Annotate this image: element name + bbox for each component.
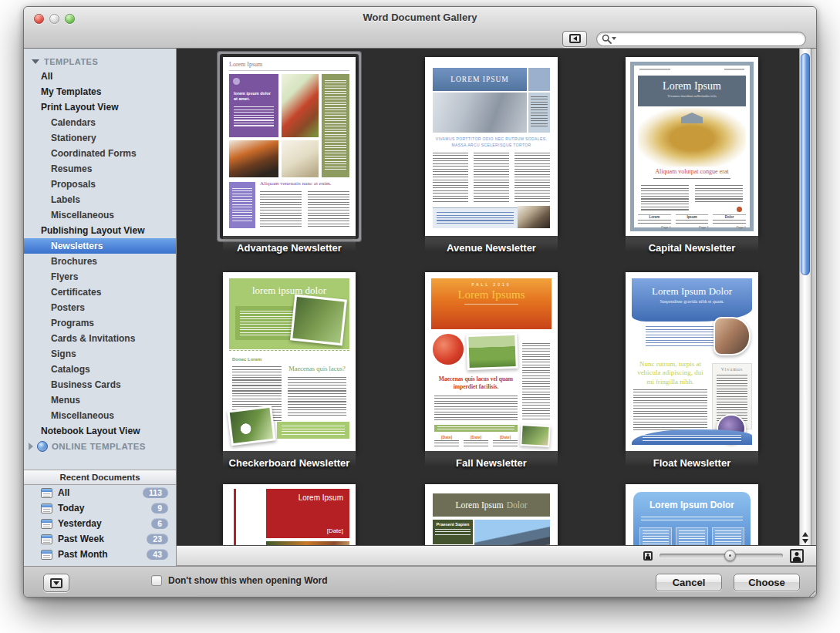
subhead-line2: MASSA ARCU SCELERISQUE TORTOR xyxy=(433,143,550,149)
resize-grip[interactable] xyxy=(805,588,815,598)
gallery-row: Lorem Ipsum lorem ipsum dolor at amet. xyxy=(177,49,816,545)
photo-placeholder xyxy=(290,295,347,346)
sidebar-item-miscellaneous-print[interactable]: Miscellaneous xyxy=(24,207,176,223)
recent-item-yesterday[interactable]: Yesterday 6 xyxy=(24,516,176,531)
count-badge: 9 xyxy=(151,503,168,513)
title-bar[interactable]: Word Document Gallery xyxy=(24,7,816,29)
scrollbar-thumb[interactable] xyxy=(801,53,810,275)
recent-documents-header: Recent Documents xyxy=(24,470,176,485)
sidebar-item-publishing-layout-view[interactable]: Publishing Layout View xyxy=(24,223,176,238)
template-thumbnail[interactable]: LOREM IPSUM VIVAMUS PORTTITOR ODIO NEC R… xyxy=(425,57,558,236)
scroll-down-arrow-icon[interactable] xyxy=(802,539,808,544)
sidebar-item-programs[interactable]: Programs xyxy=(24,315,176,331)
text-lines xyxy=(641,517,743,521)
photo-placeholder xyxy=(466,333,518,370)
sidebar-item-brochures[interactable]: Brochures xyxy=(24,254,176,269)
text-lines xyxy=(435,529,471,537)
sidebar-item-signs[interactable]: Signs xyxy=(24,346,176,362)
template-gallery: Lorem Ipsum lorem ipsum dolor at amet. xyxy=(177,49,799,545)
sidebar-item-flyers[interactable]: Flyers xyxy=(24,269,176,285)
small-thumbnails-icon[interactable] xyxy=(643,551,653,561)
template-thumbnail[interactable]: lorem ipsum dolor Donec Lorem xyxy=(223,272,356,451)
template-card-avenue[interactable]: LOREM IPSUM VIVAMUS PORTTITOR ODIO NEC R… xyxy=(425,57,558,254)
calendar-icon xyxy=(41,488,52,498)
sidebar-item-notebook-layout-view[interactable]: Notebook Layout View xyxy=(24,423,176,439)
template-thumbnail[interactable]: Lorem Ipsum Dolor xyxy=(626,484,758,545)
slider-thumb[interactable] xyxy=(724,550,736,561)
text-columns xyxy=(695,185,743,204)
sidebar-item-resumes[interactable]: Resumes xyxy=(24,161,176,177)
subhead-line1: VIVAMUS PORTTITOR ODIO NEC RUTRUM SODALE… xyxy=(433,136,550,143)
template-thumbnail[interactable]: FALL 2010 Lorem Ipsums Mae xyxy=(425,272,558,451)
template-card-capital[interactable]: Lorem Ipsum Vivamus tincidunt sollicitud… xyxy=(626,57,758,254)
sidebar-item-calendars[interactable]: Calendars xyxy=(24,115,176,130)
template-card-row3-2[interactable]: Lorem Ipsum Dolor Praesent Sapien xyxy=(425,484,558,545)
footer-band xyxy=(277,422,349,439)
template-thumbnail[interactable]: Lorem Ipsum [Date] xyxy=(223,484,356,545)
template-thumbnail[interactable]: Lorem Ipsum lorem ipsum dolor at amet. xyxy=(223,57,356,236)
sidebar-item-catalogs[interactable]: Catalogs xyxy=(24,362,176,377)
sidebar-item-cards-invitations[interactable]: Cards & Invitations xyxy=(24,331,176,346)
headline-text: Maecenas quis lacus? xyxy=(288,365,346,372)
template-card-float[interactable]: Lorem Ipsum Dolor Suspendisse gravida ni… xyxy=(626,272,758,469)
search-input[interactable] xyxy=(596,32,806,46)
template-thumbnail[interactable]: Lorem Ipsum Dolor Praesent Sapien xyxy=(425,484,558,545)
recent-item-past-month[interactable]: Past Month 43 xyxy=(24,547,176,562)
text-lines xyxy=(282,426,345,436)
sidebar-item-online-templates[interactable]: ONLINE TEMPLATES xyxy=(24,439,176,454)
sidebar-item-coordinated-forms[interactable]: Coordinated Forms xyxy=(24,146,176,161)
footer-disclosure-button[interactable] xyxy=(43,574,69,592)
recent-item-all[interactable]: All 113 xyxy=(24,485,176,500)
disclosure-triangle-down-icon[interactable] xyxy=(32,59,39,64)
template-card-checkerboard[interactable]: lorem ipsum dolor Donec Lorem xyxy=(223,272,356,469)
search-scope-chevron-icon[interactable] xyxy=(612,37,616,40)
template-card-fall[interactable]: FALL 2010 Lorem Ipsums Mae xyxy=(425,272,558,469)
sidebar-item-miscellaneous-publishing[interactable]: Miscellaneous xyxy=(24,408,176,423)
sidebar-item-labels[interactable]: Labels xyxy=(24,192,176,207)
photo-placeholder xyxy=(474,520,550,545)
masthead-band: Lorem Ipsum Dolor xyxy=(433,493,550,517)
sidebar-toggle-button[interactable] xyxy=(562,31,587,47)
divider xyxy=(229,70,349,71)
dont-show-checkbox[interactable] xyxy=(151,575,162,586)
sidebar-item-certificates[interactable]: Certificates xyxy=(24,285,176,300)
sidebar-item-proposals[interactable]: Proposals xyxy=(24,177,176,192)
templates-section-header[interactable]: TEMPLATES xyxy=(24,49,176,69)
template-thumbnail[interactable]: Lorem Ipsum Vivamus tincidunt sollicitud… xyxy=(626,57,758,236)
choose-button[interactable]: Choose xyxy=(734,574,800,591)
date-label: [Date] xyxy=(464,435,488,439)
vertical-scrollbar[interactable] xyxy=(799,49,811,545)
text-columns xyxy=(434,396,518,422)
sidebar-item-menus[interactable]: Menus xyxy=(24,392,176,408)
template-card-advantage[interactable]: Lorem Ipsum lorem ipsum dolor at amet. xyxy=(223,57,356,254)
text-lines xyxy=(679,530,705,545)
template-card-row3-3[interactable]: Lorem Ipsum Dolor xyxy=(626,484,758,545)
sidebar-item-newsletters[interactable]: Newsletters xyxy=(24,238,176,254)
thumbnail-size-bar xyxy=(177,545,816,566)
masthead-text: lorem ipsum dolor xyxy=(229,285,349,297)
apple-graphic xyxy=(433,334,464,365)
cancel-button[interactable]: Cancel xyxy=(656,574,722,591)
sidebar-item-print-layout-view[interactable]: Print Layout View xyxy=(24,99,176,115)
sidebar-item-posters[interactable]: Posters xyxy=(24,300,176,315)
scroll-up-arrow-icon[interactable] xyxy=(802,532,808,537)
text-columns xyxy=(474,153,509,204)
template-thumbnail[interactable]: Lorem Ipsum Dolor Suspendisse gravida ni… xyxy=(626,272,758,451)
subhead-line xyxy=(653,178,730,180)
disclosure-triangle-right-icon[interactable] xyxy=(29,443,33,450)
sidebar-item-my-templates[interactable]: My Templates xyxy=(24,84,176,99)
sidebar-item-business-cards[interactable]: Business Cards xyxy=(24,377,176,392)
sidebar-item-all[interactable]: All xyxy=(24,69,176,84)
photo-placeholder xyxy=(713,317,751,355)
text-columns xyxy=(308,191,349,227)
recent-item-past-week[interactable]: Past Week 23 xyxy=(24,531,176,547)
recent-item-today[interactable]: Today 9 xyxy=(24,500,176,516)
text-lines xyxy=(234,106,274,128)
template-name: Advantage Newsletter xyxy=(223,242,356,254)
thumbnail-size-slider[interactable] xyxy=(660,554,783,557)
sidebar-item-stationery[interactable]: Stationery xyxy=(24,130,176,146)
photo-placeholder xyxy=(282,74,319,137)
large-thumbnails-icon[interactable] xyxy=(790,549,804,563)
text-lines xyxy=(638,220,671,225)
template-card-row3-1[interactable]: Lorem Ipsum [Date] xyxy=(223,484,356,545)
